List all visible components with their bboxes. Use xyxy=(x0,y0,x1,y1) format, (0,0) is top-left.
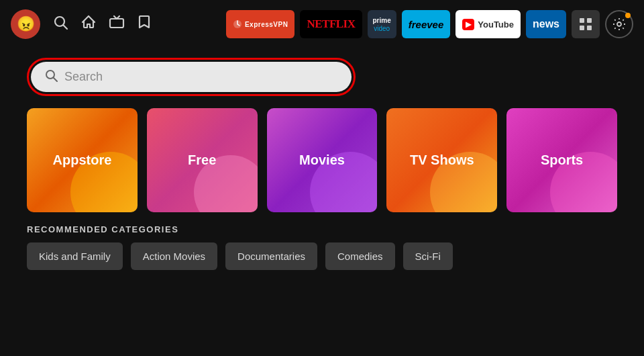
home-icon[interactable] xyxy=(80,14,97,34)
rec-tag-documentaries[interactable]: Documentaries xyxy=(225,242,317,270)
news-badge[interactable]: news xyxy=(526,10,566,38)
tv-icon[interactable] xyxy=(109,14,125,34)
svg-line-1 xyxy=(64,26,68,30)
expressvpn-badge[interactable]: ExpressVPN xyxy=(226,10,294,38)
nav-right: ExpressVPN NETFLIX prime video freevee ▶… xyxy=(226,10,633,38)
rec-tag-comedies-label: Comedies xyxy=(337,251,383,262)
prime-badge[interactable]: prime video xyxy=(368,10,396,38)
avatar-emoji: 😠 xyxy=(17,15,35,33)
svg-rect-5 xyxy=(587,18,592,23)
svg-rect-7 xyxy=(587,26,592,30)
freevee-label: freevee xyxy=(409,19,444,30)
category-tvshows[interactable]: TV Shows xyxy=(386,108,497,212)
rec-tag-scifi-label: Sci-Fi xyxy=(415,251,441,262)
search-placeholder: Search xyxy=(64,70,103,84)
rec-tag-comedies[interactable]: Comedies xyxy=(325,242,395,270)
prime-label: prime xyxy=(373,17,391,24)
rec-tag-kids-label: Kids and Family xyxy=(39,251,111,262)
rec-tag-action-label: Action Movies xyxy=(143,251,205,262)
news-label: news xyxy=(533,18,559,30)
rec-tag-kids[interactable]: Kids and Family xyxy=(27,242,123,270)
category-sports[interactable]: Sports xyxy=(506,108,617,212)
svg-point-8 xyxy=(617,22,621,26)
avatar[interactable]: 😠 xyxy=(11,9,40,39)
youtube-play-icon: ▶ xyxy=(462,19,474,30)
category-free[interactable]: Free xyxy=(147,108,258,212)
recommended-section: RECOMMENDED CATEGORIES Kids and Family A… xyxy=(0,212,644,270)
svg-rect-4 xyxy=(580,18,584,23)
youtube-label: YouTube xyxy=(478,19,514,30)
rec-tag-documentaries-label: Documentaries xyxy=(237,251,305,262)
search-section: Search xyxy=(0,48,644,108)
top-nav: 😠 ExpressVPN xyxy=(0,0,644,48)
prime-video-label: video xyxy=(374,25,390,32)
freevee-badge[interactable]: freevee xyxy=(402,10,451,38)
netflix-badge[interactable]: NETFLIX xyxy=(300,10,362,38)
rec-tag-scifi[interactable]: Sci-Fi xyxy=(403,242,453,270)
category-free-label: Free xyxy=(188,152,216,168)
search-box-wrapper: Search xyxy=(27,58,356,96)
recommended-title: RECOMMENDED CATEGORIES xyxy=(27,224,617,234)
search-icon[interactable] xyxy=(52,14,68,34)
category-movies-label: Movies xyxy=(299,152,345,168)
settings-button[interactable] xyxy=(605,10,633,38)
svg-line-10 xyxy=(54,78,57,81)
expressvpn-label: ExpressVPN xyxy=(245,21,288,28)
search-box[interactable]: Search xyxy=(31,62,352,92)
category-appstore[interactable]: Appstore xyxy=(27,108,138,212)
nav-left: 😠 xyxy=(11,9,152,39)
rec-tags: Kids and Family Action Movies Documentar… xyxy=(27,242,617,270)
categories-section: Appstore Free Movies TV Shows Sports xyxy=(0,108,644,212)
category-appstore-label: Appstore xyxy=(53,152,112,168)
search-input-icon xyxy=(44,69,58,85)
svg-point-9 xyxy=(46,71,54,79)
svg-rect-2 xyxy=(110,19,123,28)
grid-button[interactable] xyxy=(572,10,600,38)
category-movies[interactable]: Movies xyxy=(267,108,378,212)
rec-tag-action[interactable]: Action Movies xyxy=(131,242,217,270)
youtube-badge[interactable]: ▶ YouTube xyxy=(455,10,521,38)
category-sports-label: Sports xyxy=(541,152,583,168)
netflix-label: NETFLIX xyxy=(307,17,355,31)
svg-rect-6 xyxy=(580,26,584,30)
category-tvshows-label: TV Shows xyxy=(410,152,474,168)
bookmark-icon[interactable] xyxy=(137,14,152,34)
